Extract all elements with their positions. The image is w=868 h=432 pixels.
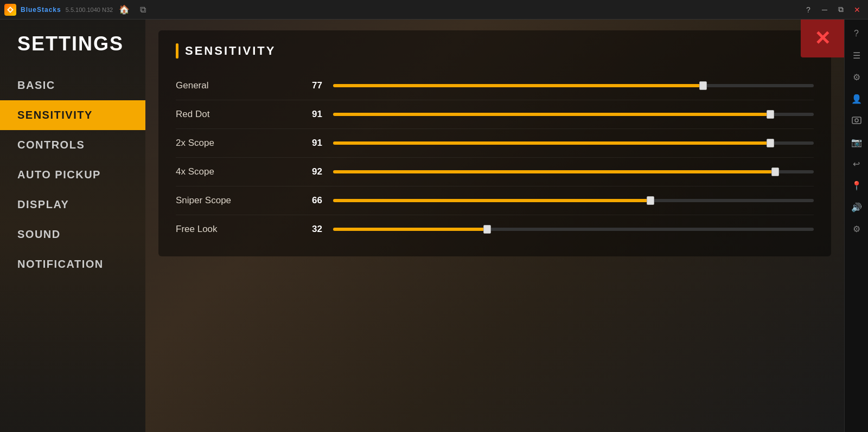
right-icon-location[interactable]: 📍 [847, 176, 866, 195]
right-icon-screenshot[interactable] [847, 111, 866, 130]
slider-row: 2x Scope 91 [176, 129, 814, 158]
slider-thumb-3[interactable] [771, 167, 779, 176]
settings-title: SETTINGS [0, 33, 145, 70]
slider-value-4: 66 [295, 195, 322, 206]
home-button[interactable]: 🏠 [117, 3, 131, 17]
sidebar-item-auto-pickup[interactable]: AUTO PICKUP [0, 160, 145, 190]
slider-row: Sniper Scope 66 [176, 186, 814, 215]
slider-value-2: 91 [295, 138, 322, 149]
right-icon-camera[interactable]: 📷 [847, 132, 866, 152]
right-icon-help[interactable]: ? [847, 24, 866, 43]
slider-label-4: Sniper Scope [176, 195, 295, 206]
sliders-container: General 77 Red Dot 91 2x Scope 91 [176, 72, 814, 243]
slider-track-bg-5 [333, 228, 814, 231]
panel-header: SENSITIVITY [176, 43, 814, 59]
sidebar: SETTINGS BASIC SENSITIVITY CONTROLS AUTO… [0, 20, 145, 432]
panel-title-accent [176, 43, 178, 59]
slider-fill-2 [333, 141, 770, 145]
slider-track-4[interactable] [333, 197, 814, 204]
right-sidebar: ? ☰ ⚙ 👤 📷 ↩ 📍 🔊 ⚙ [844, 20, 868, 432]
slider-label-5: Free Look [176, 224, 295, 235]
close-panel-button[interactable]: ✕ [801, 20, 844, 57]
version-text: 5.5.100.1040 N32 [66, 7, 113, 13]
right-icon-back[interactable]: ↩ [847, 154, 866, 173]
slider-track-0[interactable] [333, 82, 814, 89]
slider-track-bg-4 [333, 199, 814, 202]
titlebar: BlueStacks 5.5.100.1040 N32 🏠 ⧉ ? ─ ⧉ ✕ [0, 0, 868, 20]
slider-fill-1 [333, 113, 770, 116]
sidebar-item-display[interactable]: DISPLAY [0, 190, 145, 220]
slider-value-1: 91 [295, 109, 322, 120]
slider-row: General 77 [176, 72, 814, 100]
close-button[interactable]: ✕ [851, 3, 864, 16]
slider-label-2: 2x Scope [176, 138, 295, 149]
sidebar-item-controls[interactable]: CONTROLS [0, 130, 145, 160]
main-content: SETTINGS BASIC SENSITIVITY CONTROLS AUTO… [0, 20, 868, 432]
right-icon-settings[interactable]: ⚙ [847, 67, 866, 87]
brand-name: BlueStacks [21, 6, 61, 14]
window-controls: ? ─ ⧉ ✕ [802, 3, 864, 16]
slider-fill-5 [333, 228, 487, 231]
slider-row: Red Dot 91 [176, 100, 814, 129]
bluestacks-logo [4, 4, 16, 16]
slider-track-1[interactable] [333, 111, 814, 118]
slider-thumb-4[interactable] [647, 196, 654, 205]
right-icon-menu[interactable]: ☰ [847, 46, 866, 65]
slider-thumb-5[interactable] [483, 225, 491, 234]
slider-thumb-1[interactable] [767, 110, 774, 119]
slider-label-1: Red Dot [176, 109, 295, 120]
sidebar-item-basic[interactable]: BASIC [0, 70, 145, 100]
minimize-button[interactable]: ─ [818, 3, 831, 16]
slider-label-0: General [176, 80, 295, 91]
slider-track-bg-1 [333, 113, 814, 116]
slider-fill-3 [333, 170, 775, 173]
slider-label-3: 4x Scope [176, 166, 295, 177]
svg-point-3 [855, 119, 858, 122]
sensitivity-panel: SENSITIVITY General 77 Red Dot 91 [158, 30, 831, 256]
slider-track-bg-2 [333, 141, 814, 145]
close-x-icon: ✕ [814, 29, 831, 48]
slider-row: Free Look 32 [176, 215, 814, 243]
slider-track-bg-0 [333, 84, 814, 87]
slider-value-0: 77 [295, 80, 322, 91]
slider-track-bg-3 [333, 170, 814, 173]
help-button[interactable]: ? [802, 3, 815, 16]
slider-track-2[interactable] [333, 140, 814, 146]
slider-track-3[interactable] [333, 169, 814, 175]
slider-track-5[interactable] [333, 226, 814, 233]
slider-thumb-0[interactable] [699, 81, 707, 90]
right-icon-sound[interactable]: 🔊 [847, 197, 866, 217]
sidebar-item-sound[interactable]: SOUND [0, 220, 145, 249]
slider-thumb-2[interactable] [767, 139, 774, 147]
game-area: ✕ SENSITIVITY General 77 Red Dot 91 [145, 20, 844, 432]
svg-rect-2 [852, 117, 861, 124]
multi-instance-button[interactable]: ⧉ [136, 3, 150, 17]
right-icon-config[interactable]: ⚙ [847, 219, 866, 238]
sidebar-item-sensitivity[interactable]: SENSITIVITY [0, 100, 145, 130]
right-icon-account[interactable]: 👤 [847, 89, 866, 108]
slider-value-5: 32 [295, 224, 322, 235]
panel-title-text: SENSITIVITY [185, 44, 276, 58]
slider-fill-0 [333, 84, 703, 87]
restore-button[interactable]: ⧉ [834, 3, 847, 16]
slider-row: 4x Scope 92 [176, 158, 814, 186]
sidebar-item-notification[interactable]: NOTIFICATION [0, 249, 145, 279]
slider-fill-4 [333, 199, 650, 202]
slider-value-3: 92 [295, 166, 322, 177]
